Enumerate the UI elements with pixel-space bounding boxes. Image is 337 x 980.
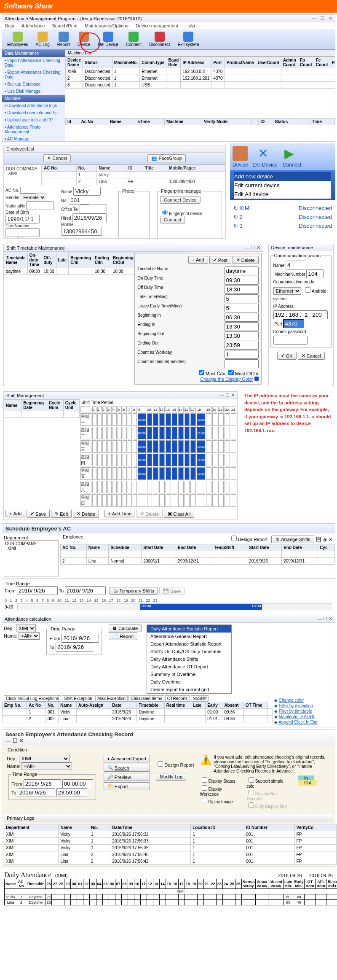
menu-maint[interactable]: Maintenance/Options <box>85 23 128 28</box>
dob-input[interactable] <box>5 215 40 223</box>
preview-button[interactable]: 🔎 Preview <box>104 773 150 781</box>
menu-edit-all[interactable]: Edit All device <box>234 190 331 199</box>
sm-delete[interactable]: ✕ Delete <box>73 510 99 518</box>
ac-log-button[interactable]: AC Log <box>32 31 53 48</box>
del-device-button[interactable]: ✕Del Device <box>253 146 278 168</box>
side-export-attendance-checking-data[interactable]: • Export Attendance Checking Data <box>2 69 65 81</box>
post-button[interactable]: ✔ Post <box>209 256 231 264</box>
report-menu[interactable]: Daily Attendance Statistic ReportAttenda… <box>147 625 232 694</box>
side-ac-manage[interactable]: • AC Manage <box>2 135 65 142</box>
from-input[interactable] <box>17 586 58 595</box>
device-dropdown[interactable]: Add new device Edit current device Edit … <box>230 170 335 200</box>
menu-add-device[interactable]: Add new device <box>234 172 331 181</box>
menu-edit-current[interactable]: Edit current device <box>234 181 331 190</box>
calculate-button[interactable]: 🖩 Calculate <box>109 625 142 632</box>
dept-tree[interactable]: OUR COMPANY XIMI <box>4 540 59 576</box>
window-controls[interactable]: — ☐ ✕ <box>312 16 332 21</box>
side-usb-disk-manage[interactable]: • Usb Disk Manage <box>2 88 65 95</box>
side-upload-user-info-and-fp[interactable]: • Upload user info and FP <box>2 116 65 124</box>
menu-help[interactable]: Help <box>185 23 195 28</box>
tab-machine-list[interactable]: Machine List <box>65 50 335 57</box>
side-backup-database[interactable]: • Backup Database <box>2 81 65 88</box>
calc-tabs[interactable]: Clock In/Out Log ExceptionsShift Excepti… <box>2 695 273 702</box>
connect-button[interactable]: Connect <box>160 216 185 223</box>
schedule-grid[interactable]: AC No.NameScheduleStart DateEnd DateTemp… <box>60 544 335 565</box>
change-color-link[interactable]: Change the Display Color <box>200 377 253 382</box>
side-attendance-photo-management[interactable]: • Attendance Photo Management <box>2 124 65 135</box>
machine-grid[interactable]: Device NameStatusMachineNo.Comm.typeBaud… <box>65 57 335 89</box>
temp-shifts-button[interactable]: 🗂 Temporary Shifts <box>110 587 158 595</box>
search-t1[interactable] <box>62 779 93 788</box>
exit-system-button[interactable]: Exit system <box>174 31 203 48</box>
cancel-button[interactable]: ✕ Cancel <box>43 154 70 162</box>
connect-button[interactable]: Connect <box>123 31 145 48</box>
pass-input[interactable] <box>273 336 308 345</box>
title-input[interactable] <box>80 205 107 213</box>
facegroup-button[interactable]: 👥 FaceGroup <box>147 154 185 162</box>
menu-data[interactable]: Data <box>5 23 14 28</box>
sm-clear[interactable]: ▣ Clear All <box>164 510 194 518</box>
search-dep[interactable]: XIMI <box>19 755 70 762</box>
cancel-button[interactable]: ✕ Cancel <box>298 352 325 360</box>
menu-search[interactable]: Search/Print <box>52 23 78 28</box>
ok-button[interactable]: ✔ OK <box>277 352 297 360</box>
adv-export-button[interactable]: ♦ Advanced Export <box>104 755 150 762</box>
search-t2[interactable] <box>56 788 87 797</box>
search-grid[interactable]: DepartmentNameNo.Date/TimeLocation IDID … <box>4 824 337 865</box>
disconnect-button[interactable]: Disconnect <box>146 31 173 48</box>
menubar[interactable]: Data Attendance Search/Print Maintenance… <box>2 22 335 29</box>
fp-radio[interactable] <box>162 210 168 215</box>
side-download-attendance-logs[interactable]: • Download attendance logs <box>2 102 65 109</box>
sm-save[interactable]: ✔ Save <box>27 510 50 518</box>
arrange-button[interactable]: 🗓 Arrange Shifts <box>271 536 314 543</box>
delete-button[interactable]: ✕ Delete <box>233 256 259 264</box>
calc-links[interactable]: ◆ Change color◆ Filter by exception◆ Fil… <box>273 695 335 727</box>
side-download-user-info-and-fp[interactable]: • Download user info and Fp <box>2 109 65 116</box>
side-import-attendance-checking-data[interactable]: • Import Attendance Checking Data <box>2 57 65 69</box>
port-input[interactable] <box>283 319 304 328</box>
mob-input[interactable] <box>61 227 102 236</box>
search-name[interactable]: <All> <box>21 762 72 770</box>
sm-edit[interactable]: ✎ Edit <box>51 510 72 518</box>
search-from[interactable] <box>24 779 61 788</box>
fp-legend: Fingerprint manage <box>160 188 202 194</box>
shift-list[interactable]: NameBeginning DateCycle NumCycle UnitNor… <box>4 399 80 418</box>
connect-device-button[interactable]: Connect Device <box>160 196 201 204</box>
card-input[interactable] <box>5 228 40 237</box>
name-input[interactable] <box>73 187 101 196</box>
calc-name[interactable]: <All> <box>19 632 40 640</box>
export-button[interactable]: 📁 Export <box>104 782 150 790</box>
machno-input[interactable] <box>306 269 324 278</box>
no-input[interactable] <box>69 196 89 205</box>
ip-input[interactable] <box>273 310 328 319</box>
connect-button-zoom[interactable]: ▶Connect <box>283 146 302 168</box>
page-header: Software Show <box>0 0 337 13</box>
color-chip[interactable] <box>254 377 259 381</box>
to-input[interactable] <box>65 586 106 595</box>
calc-grid[interactable]: Emp No.Ac NoNo.NameAuto-AssignDateTimeta… <box>2 702 273 722</box>
device-button[interactable]: Device <box>233 146 248 168</box>
primary-logs-tab[interactable]: Primary Logs <box>4 814 333 822</box>
devname-input[interactable] <box>286 261 306 269</box>
report-button[interactable]: Report <box>54 31 73 48</box>
add-button[interactable]: + Add <box>188 256 208 264</box>
acno-input[interactable] <box>20 187 36 194</box>
calc-dep[interactable]: XIMI <box>16 625 36 632</box>
employee-grid[interactable]: AC No.No.NameIDTitleMobile/Pager1Vicky2L… <box>42 164 225 185</box>
nat-input[interactable] <box>26 201 53 210</box>
calc-to[interactable] <box>56 643 93 652</box>
search-button[interactable]: 🔍 Search <box>104 764 150 772</box>
menu-device[interactable]: Device management <box>136 23 178 28</box>
modify-log-button[interactable]: Modify Log <box>156 773 186 781</box>
company-tree[interactable]: OUR COMPANY XIMI <box>4 164 42 185</box>
employees-button[interactable]: Employees <box>4 31 31 48</box>
sm-addtime[interactable]: + Add Time <box>104 510 135 517</box>
hired-input[interactable] <box>72 213 107 222</box>
gender-select[interactable]: Female <box>21 194 46 201</box>
sm-add[interactable]: + Add <box>5 510 25 517</box>
calc-from[interactable] <box>62 634 99 643</box>
mode-select[interactable]: Ethernet <box>273 287 301 295</box>
search-to[interactable] <box>18 788 55 797</box>
report-button[interactable]: 📄 Report <box>109 632 137 640</box>
menu-attendance[interactable]: Attendance <box>21 23 45 28</box>
